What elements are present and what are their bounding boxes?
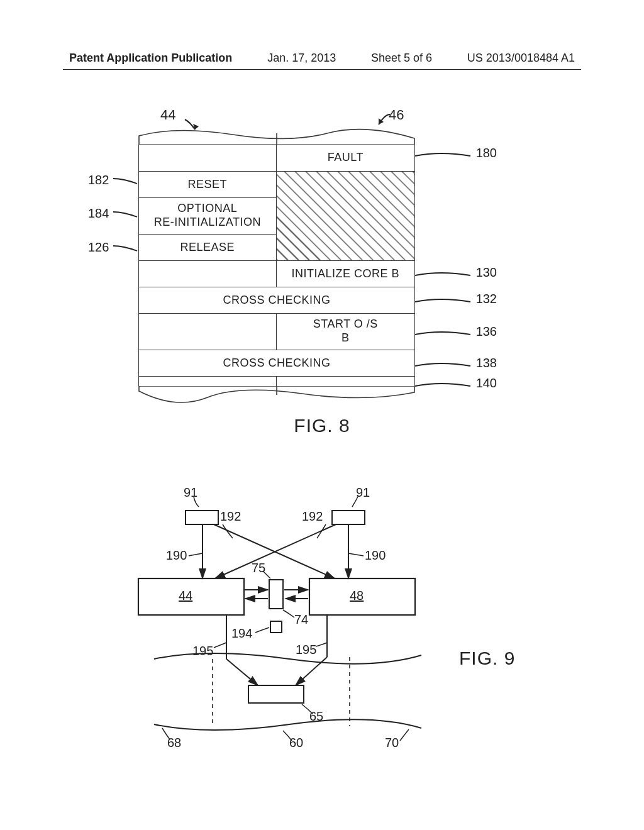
svg-rect-10 (248, 685, 304, 703)
cell-empty-top-left (139, 145, 277, 171)
leader-136 (415, 331, 472, 338)
leader-46 (374, 113, 391, 127)
svg-rect-6 (269, 580, 283, 609)
ref-num-140: 140 (476, 376, 497, 390)
cell-optional-line2: RE-INITIALIZATION (154, 216, 261, 228)
ref-num-192b: 192 (302, 509, 323, 524)
page-header: Patent Application Publication Jan. 17, … (69, 52, 575, 65)
cell-startos-line2: B (341, 331, 350, 344)
cell-start-os-b: START O /S B (276, 313, 414, 350)
leader-180 (415, 152, 472, 160)
leader-126 (112, 245, 138, 253)
ref-num-44: 44 (179, 589, 192, 603)
cell-empty-left-startos (139, 313, 277, 350)
ref-num-138: 138 (476, 356, 497, 370)
leader-140 (415, 382, 472, 390)
ref-num-195b: 195 (296, 643, 316, 657)
figure-9-svg (132, 484, 447, 755)
ref-num-190a: 190 (166, 548, 187, 563)
ref-num-132: 132 (476, 292, 497, 306)
sheet-number: Sheet 5 of 6 (371, 52, 432, 65)
svg-rect-3 (332, 511, 365, 524)
cell-init-core-b: INITIALIZE CORE B (276, 260, 414, 287)
publication-label: Patent Application Publication (69, 52, 232, 65)
publication-date: Jan. 17, 2013 (267, 52, 336, 65)
ref-num-136: 136 (476, 324, 497, 339)
fig8-table: FAULT RESET OPTIONAL RE-INITIALIZATION R… (138, 145, 415, 386)
ref-num-75: 75 (252, 561, 265, 575)
svg-line-20 (226, 659, 258, 685)
ref-num-48: 48 (350, 589, 364, 603)
figure-9: 91 91 192 192 190 190 44 48 75 74 194 19… (132, 484, 447, 755)
cell-reset: RESET (139, 171, 277, 197)
fig8-table-wrapper: FAULT RESET OPTIONAL RE-INITIALIZATION R… (138, 127, 415, 404)
cell-cross-checking-2: CROSS CHECKING (139, 350, 415, 376)
leader-184 (112, 211, 138, 219)
cell-cross-checking-1: CROSS CHECKING (139, 287, 415, 313)
ref-num-126: 126 (88, 240, 109, 255)
cell-startos-line1: START O /S (313, 318, 378, 330)
cell-release: RELEASE (139, 234, 277, 260)
ref-num-91b: 91 (356, 485, 370, 500)
ref-num-91a: 91 (184, 485, 197, 500)
cell-thin-right (276, 376, 414, 386)
ref-num-195a: 195 (192, 644, 213, 658)
ref-num-130: 130 (476, 265, 497, 280)
leader-182 (112, 177, 138, 186)
ref-num-192a: 192 (220, 509, 241, 524)
cell-thin-left (139, 376, 277, 386)
ref-num-182: 182 (88, 173, 109, 187)
figure-8: 44 46 FAULT RESET (88, 107, 541, 434)
ref-num-44-top: 44 (160, 107, 175, 123)
cell-fault: FAULT (276, 145, 414, 171)
figure-9-caption: FIG. 9 (459, 648, 515, 669)
figure-8-caption: FIG. 8 (0, 415, 644, 436)
ref-num-180: 180 (476, 146, 497, 160)
ref-num-74: 74 (294, 612, 308, 627)
ref-num-60: 60 (289, 736, 303, 750)
leader-130 (415, 272, 472, 279)
torn-edge-bottom (138, 386, 415, 404)
header-rule (63, 69, 581, 70)
svg-rect-7 (270, 621, 282, 633)
torn-edge-top (138, 127, 415, 145)
svg-rect-2 (186, 511, 218, 524)
leader-138 (415, 362, 472, 370)
cell-empty-left-initcore (139, 260, 277, 287)
ref-num-184: 184 (88, 206, 109, 221)
ref-num-190b: 190 (365, 548, 386, 563)
document-number: US 2013/0018484 A1 (467, 52, 575, 65)
cell-hatched (276, 171, 414, 260)
ref-num-194: 194 (231, 626, 252, 641)
cell-optional-line1: OPTIONAL (177, 202, 237, 214)
ref-num-65: 65 (309, 709, 323, 724)
ref-num-68: 68 (167, 736, 181, 750)
ref-num-70: 70 (385, 736, 399, 750)
leader-132 (415, 298, 472, 306)
cell-optional-reinit: OPTIONAL RE-INITIALIZATION (139, 197, 277, 234)
